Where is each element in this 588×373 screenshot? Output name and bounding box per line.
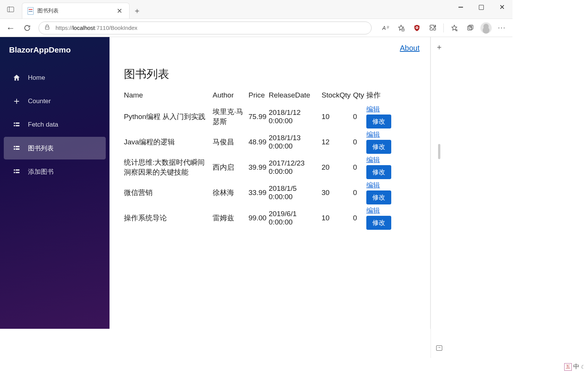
profile-button[interactable] — [478, 20, 494, 36]
modify-button[interactable]: 修改 — [366, 165, 391, 179]
nav-icon — [12, 167, 21, 176]
new-tab-button[interactable]: ＋ — [130, 3, 145, 19]
refresh-button[interactable] — [20, 20, 35, 36]
modify-button[interactable]: 修改 — [366, 140, 391, 154]
browser-titlebar: 图书列表 ✕ ＋ ✕ — [0, 0, 512, 19]
tab-actions-icon — [7, 7, 14, 12]
table-row: 微信营销徐林海33.992018/1/5 0:00:00300编辑修改 — [124, 180, 397, 205]
read-aloud-button[interactable]: A⁾⁾ — [378, 20, 393, 36]
cell-ops: 编辑修改 — [366, 205, 397, 231]
ublock-button[interactable] — [409, 20, 424, 36]
address-bar[interactable]: https://localhost:7110/BookIndex — [39, 22, 372, 34]
page-title: 图书列表 — [124, 67, 416, 82]
modify-button[interactable]: 修改 — [366, 115, 391, 128]
url-scheme: https:// — [56, 25, 73, 31]
edit-link[interactable]: 编辑 — [366, 155, 394, 164]
nav-icon — [12, 120, 21, 129]
cell-price: 39.99 — [248, 155, 269, 180]
cell-author: 西内启 — [213, 155, 248, 180]
cell-name: Python编程 从入门到实践 — [124, 104, 213, 129]
browser-side-rail: ＋ — [431, 37, 447, 329]
edit-link[interactable]: 编辑 — [366, 206, 394, 215]
collections-button[interactable] — [463, 20, 478, 36]
cell-release: 2018/1/5 0:00:00 — [269, 180, 322, 205]
sidebar-add-button[interactable]: ＋ — [434, 42, 444, 52]
cell-author: 马俊昌 — [213, 129, 248, 155]
sidebar-item-0[interactable]: Home — [4, 67, 106, 89]
cell-ops: 编辑修改 — [366, 129, 397, 155]
sidebar-item-1[interactable]: Counter — [4, 90, 106, 113]
book-table: Name Author Price ReleaseDate StockQty Q… — [124, 89, 397, 231]
col-price: Price — [248, 89, 269, 104]
window-minimize-button[interactable] — [450, 0, 471, 14]
sidebar-item-label: 图书列表 — [28, 144, 54, 153]
cell-stock: 10 — [322, 205, 353, 231]
read-aloud-icon: A⁾⁾ — [382, 25, 388, 31]
svg-rect-16 — [16, 172, 20, 173]
col-release: ReleaseDate — [269, 89, 322, 104]
svg-rect-3 — [468, 26, 472, 30]
ellipsis-icon: ··· — [498, 24, 506, 32]
svg-rect-14 — [16, 169, 20, 170]
tab-close-button[interactable]: ✕ — [114, 5, 125, 17]
cell-price: 33.99 — [248, 180, 269, 205]
nav-icon — [12, 144, 21, 153]
svg-rect-10 — [16, 146, 20, 147]
browser-tab[interactable]: 图书列表 ✕ — [22, 3, 130, 19]
sidebar-item-2[interactable]: Fetch data — [4, 113, 106, 136]
cell-release: 2018/1/13 0:00:00 — [269, 129, 322, 155]
edit-link[interactable]: 编辑 — [366, 181, 394, 190]
collections-icon — [466, 24, 474, 32]
star-lines-icon — [451, 24, 458, 32]
cell-qty: 0 — [353, 180, 367, 205]
svg-rect-15 — [14, 172, 15, 173]
cell-stock: 20 — [322, 155, 353, 180]
edit-link[interactable]: 编辑 — [366, 105, 394, 114]
window-maximize-button[interactable] — [471, 0, 492, 14]
cell-name: 微信营销 — [124, 180, 213, 205]
avatar-icon — [480, 22, 492, 34]
cell-stock: 10 — [322, 104, 353, 129]
favorite-button[interactable] — [394, 20, 409, 36]
sidebar-item-label: 添加图书 — [28, 167, 54, 176]
cell-price: 75.99 — [248, 104, 269, 129]
favorites-hub-button[interactable] — [447, 20, 462, 36]
svg-rect-12 — [16, 149, 20, 150]
cell-author: 雷姆兹 — [213, 205, 248, 231]
tab-title: 图书列表 — [37, 8, 114, 14]
col-stock: StockQty — [322, 89, 353, 104]
cell-ops: 编辑修改 — [366, 104, 397, 129]
cell-stock: 30 — [322, 180, 353, 205]
modify-button[interactable]: 修改 — [366, 216, 391, 230]
edit-link[interactable]: 编辑 — [366, 130, 394, 139]
extensions-button[interactable] — [425, 20, 440, 36]
toolbar-divider — [443, 23, 444, 33]
col-qty: Qty — [353, 89, 367, 104]
cell-author: 徐林海 — [213, 180, 248, 205]
table-row: 统计思维:大数据时代瞬间洞察因果的关键技能西内启39.992017/12/23 … — [124, 155, 397, 180]
cell-release: 2017/12/23 0:00:00 — [269, 155, 322, 180]
cell-price: 48.99 — [248, 129, 269, 155]
rail-scroll-handle[interactable] — [438, 144, 440, 159]
more-button[interactable]: ··· — [494, 20, 509, 36]
tab-overview-button[interactable] — [0, 0, 21, 19]
svg-rect-11 — [14, 149, 15, 150]
back-button[interactable]: ← — [3, 20, 18, 36]
col-author: Author — [213, 89, 248, 104]
nav-icon — [12, 97, 21, 106]
col-ops: 操作 — [366, 89, 397, 104]
modify-button[interactable]: 修改 — [366, 190, 391, 204]
col-name: Name — [124, 89, 213, 104]
sidebar-item-3[interactable]: 图书列表 — [4, 137, 106, 159]
table-row: 操作系统导论雷姆兹99.002019/6/1 0:00:00100编辑修改 — [124, 205, 397, 231]
cell-name: Java编程的逻辑 — [124, 129, 213, 155]
svg-rect-13 — [14, 169, 15, 170]
window-close-button[interactable]: ✕ — [492, 0, 512, 14]
cell-ops: 编辑修改 — [366, 155, 397, 180]
cell-qty: 0 — [353, 104, 367, 129]
about-link[interactable]: About — [400, 44, 420, 53]
url-host: localhost — [73, 25, 95, 31]
svg-rect-7 — [14, 125, 15, 126]
sidebar-item-4[interactable]: 添加图书 — [4, 160, 106, 183]
svg-rect-9 — [14, 146, 15, 147]
